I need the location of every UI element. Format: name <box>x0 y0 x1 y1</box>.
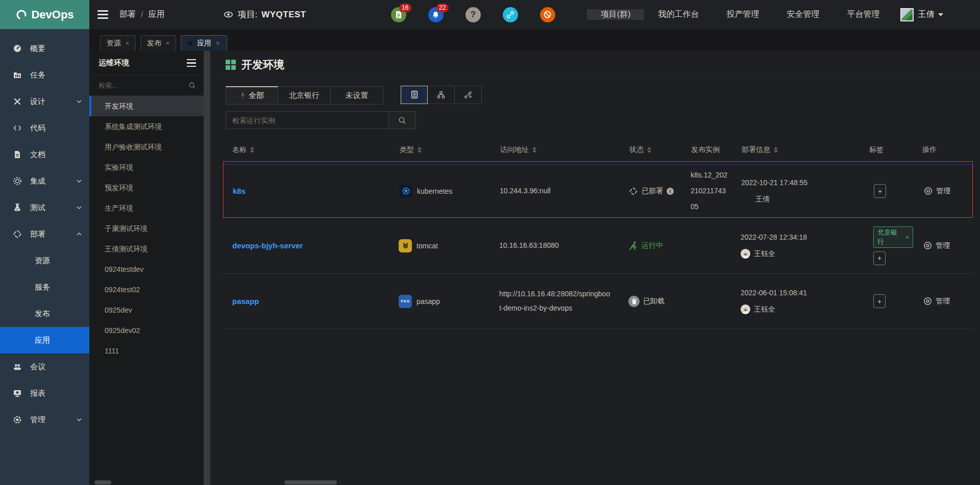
env-item[interactable]: 预发环境 <box>89 177 204 198</box>
app-window: DevOps 部署 / 应用 项目: WYQTEST 16 <box>0 0 980 485</box>
sort-icon[interactable] <box>774 147 778 153</box>
horizontal-scrollbar-thumb[interactable] <box>94 480 111 484</box>
env-item[interactable]: 0925dev <box>89 300 204 320</box>
user-name: 王倩 <box>918 9 934 20</box>
search-button[interactable] <box>388 111 416 129</box>
sidebar-item-code[interactable]: 代码 <box>0 115 89 141</box>
tab-applications[interactable]: 应用 × <box>181 35 227 51</box>
sidebar-item-integration[interactable]: 集成 <box>0 168 89 194</box>
logo[interactable]: DevOps <box>0 0 89 29</box>
env-item[interactable]: 1111 <box>89 341 204 361</box>
manage-action[interactable]: 管理 <box>913 297 973 306</box>
menu-toggle-icon[interactable] <box>97 10 108 19</box>
nav-item-security[interactable]: 安全管理 <box>773 9 833 20</box>
instance-search-input[interactable] <box>226 111 389 129</box>
sidebar-item-testing[interactable]: 测试 <box>0 194 89 221</box>
breadcrumb-section[interactable]: 部署 <box>119 9 136 20</box>
folder-chart-icon <box>13 70 22 80</box>
instance-name-link[interactable]: k8s <box>224 187 391 195</box>
deploy-info-cell: 2022-07-28 12:34:18 王钰全 <box>732 230 860 261</box>
env-panel-menu-icon[interactable] <box>187 59 196 67</box>
env-item[interactable]: 生产环境 <box>89 198 204 218</box>
close-icon[interactable]: × <box>166 40 169 47</box>
sort-icon[interactable] <box>418 147 422 153</box>
header-left: 部署 / 应用 项目: WYQTEST 16 22 <box>89 0 952 29</box>
nav-item-workbench[interactable]: 我的工作台 <box>644 9 713 20</box>
sidebar-item-deploy[interactable]: 部署 <box>0 221 89 247</box>
add-tag-button[interactable]: + <box>873 251 886 265</box>
sidebar-item-meetings[interactable]: 会议 <box>0 353 89 380</box>
filter-tab-bjbank[interactable]: 北京银行 <box>278 86 331 105</box>
env-search-input[interactable] <box>99 82 188 89</box>
nav-item-projects[interactable]: 项目(群) <box>587 9 645 20</box>
env-item[interactable]: 子康测试环境 <box>89 218 204 239</box>
env-item[interactable]: 实验环境 <box>89 157 204 177</box>
search-icon[interactable] <box>188 82 196 89</box>
close-icon[interactable]: × <box>216 40 219 47</box>
sidebar-item-reports[interactable]: 报表 <box>0 380 89 406</box>
eye-icon <box>923 241 932 250</box>
sidebar-item-releases[interactable]: 发布 <box>0 300 89 327</box>
sort-icon[interactable] <box>647 147 651 153</box>
add-tag-button[interactable]: + <box>874 184 886 198</box>
sort-icon[interactable] <box>532 147 536 153</box>
tab-resources[interactable]: 资源 × <box>100 35 136 51</box>
close-icon[interactable]: × <box>126 40 129 47</box>
env-item[interactable]: 系统集成测试环境 <box>89 116 204 137</box>
column-header-type[interactable]: 类型 <box>390 145 491 155</box>
help-icon[interactable]: ? <box>465 7 481 22</box>
workspace: 资源 × 发布 × 应用 × 运维环境 <box>89 29 980 485</box>
view-toggles <box>401 86 482 104</box>
sidebar-item-tasks[interactable]: 任务 <box>0 62 89 88</box>
status-cell: 已部署 i <box>621 187 682 196</box>
instance-name-link[interactable]: pasapp <box>223 297 390 305</box>
manage-action[interactable]: 管理 <box>913 241 973 250</box>
link-icon[interactable] <box>503 7 518 22</box>
column-header-deploy-info[interactable]: 部署信息 <box>732 145 860 155</box>
nav-item-platform[interactable]: 平台管理 <box>833 9 893 20</box>
add-tag-button[interactable]: + <box>873 294 886 308</box>
forbidden-icon[interactable] <box>540 7 555 22</box>
code-icon <box>13 123 22 133</box>
deploy-info-cell: 2022-06-01 15:08:41 王钰全 <box>732 286 860 317</box>
sidebar-item-admin[interactable]: 管理 <box>0 406 89 433</box>
sidebar-item-overview[interactable]: 概要 <box>0 35 89 62</box>
sidebar-item-design[interactable]: 设计 <box>0 88 89 115</box>
chevron-down-icon <box>76 98 82 105</box>
env-item[interactable]: 王倩测试环境 <box>89 239 204 259</box>
crosshair-icon <box>13 229 22 239</box>
manage-action[interactable]: 管理 <box>914 187 973 196</box>
topology-view-button[interactable] <box>455 86 482 104</box>
sidebar-item-applications[interactable]: 应用 <box>0 327 89 353</box>
column-header-status[interactable]: 状态 <box>620 145 682 155</box>
env-item[interactable]: 0924testdev <box>89 259 204 279</box>
filter-tab-all[interactable]: 全部 <box>226 86 278 105</box>
close-icon[interactable]: × <box>906 234 909 240</box>
bell-icon[interactable]: 22 <box>428 7 444 22</box>
tab-status-dot <box>188 41 192 45</box>
env-item[interactable]: 开发环境 <box>89 96 204 116</box>
tab-releases[interactable]: 发布 × <box>140 35 176 51</box>
sidebar-item-resources[interactable]: 资源 <box>0 247 89 274</box>
breadcrumb-page[interactable]: 应用 <box>148 9 164 20</box>
list-view-button[interactable] <box>401 86 428 104</box>
column-header-address[interactable]: 访问地址 <box>491 145 620 155</box>
sidebar-item-docs[interactable]: 文档 <box>0 141 89 168</box>
sort-icon[interactable] <box>250 147 254 153</box>
document-icon[interactable]: 16 <box>391 7 406 22</box>
filter-tab-unset[interactable]: 未设置 <box>331 86 383 105</box>
nav-item-production[interactable]: 投产管理 <box>713 9 773 20</box>
env-item[interactable]: 0925dev02 <box>89 320 204 341</box>
env-item[interactable]: 用户验收测试环境 <box>89 137 204 157</box>
horizontal-scrollbar-thumb[interactable] <box>284 480 337 484</box>
deploy-time: 2022-10-21 17:48:55 <box>741 178 807 187</box>
env-item[interactable]: 0924test02 <box>89 279 204 300</box>
sidebar-item-services[interactable]: 服务 <box>0 274 89 300</box>
tree-view-button[interactable] <box>428 86 455 104</box>
info-icon[interactable]: i <box>667 188 674 195</box>
instance-name-link[interactable]: devops-bjyh-server <box>223 241 390 250</box>
panel-splitter[interactable] <box>204 51 210 485</box>
tag-badge[interactable]: 北京银行 × <box>873 226 913 248</box>
user-menu[interactable]: 王倩 <box>893 8 952 21</box>
column-header-name[interactable]: 名称 <box>223 145 390 155</box>
